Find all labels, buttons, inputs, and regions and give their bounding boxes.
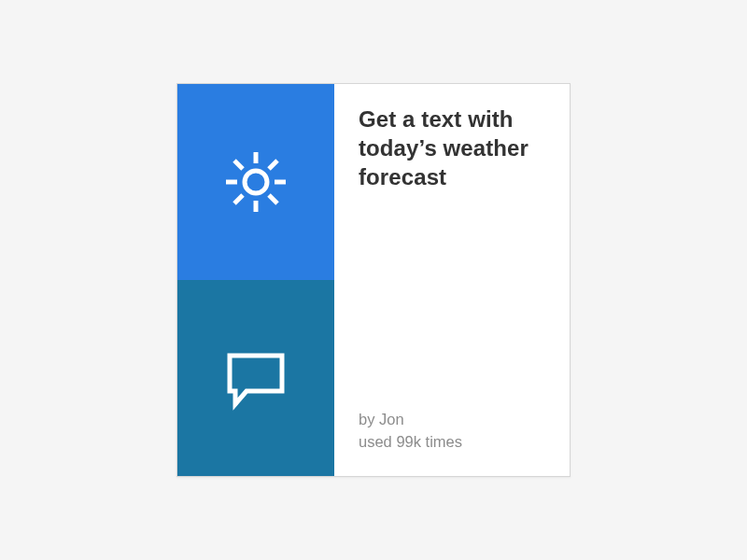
trigger-tile	[177, 84, 334, 280]
chat-bubble-icon	[217, 339, 295, 417]
svg-line-6	[269, 195, 277, 203]
sun-icon	[218, 145, 293, 219]
content-column: Get a text with today’s weather forecast…	[334, 84, 570, 476]
icon-column	[177, 84, 334, 476]
usage-count: 99k	[396, 433, 421, 450]
author-line: by Jon	[359, 409, 549, 431]
usage-line: used 99k times	[359, 431, 549, 454]
stage: Get a text with today’s weather forecast…	[0, 0, 747, 560]
svg-point-0	[245, 171, 267, 193]
svg-line-5	[234, 161, 243, 169]
applet-title: Get a text with today’s weather forecast	[359, 105, 549, 192]
usage-prefix: used	[359, 433, 396, 450]
author-name: Jon	[379, 411, 404, 427]
action-tile	[177, 280, 334, 476]
author-prefix: by	[359, 411, 379, 427]
usage-suffix: times	[421, 433, 462, 450]
svg-line-8	[234, 195, 243, 203]
applet-meta: by Jon used 99k times	[359, 409, 549, 454]
svg-line-7	[269, 161, 277, 169]
applet-card[interactable]: Get a text with today’s weather forecast…	[176, 83, 571, 477]
